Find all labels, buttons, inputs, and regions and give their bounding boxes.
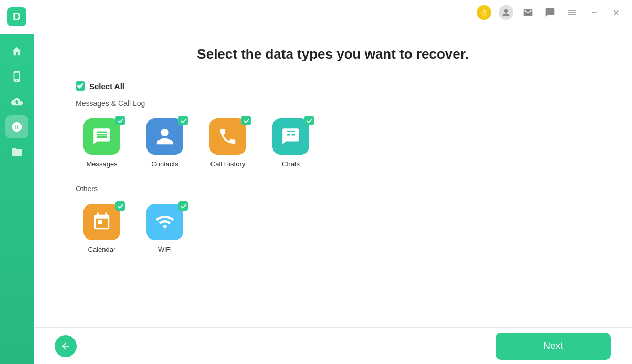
check-icon (77, 83, 83, 89)
others-grid: Calendar WiFi (76, 204, 590, 253)
content-area: Select the data types you want to recove… (34, 25, 632, 327)
call-history-label: Call History (210, 160, 245, 168)
section-label-messages: Messages & Call Log (76, 99, 590, 108)
minimize-button[interactable] (587, 5, 602, 20)
check-icon (181, 118, 186, 124)
call-history-icon (209, 118, 246, 155)
select-all-label: Select All (89, 82, 124, 91)
sidebar-nav (0, 40, 34, 164)
chats-svg (281, 126, 301, 146)
mail-svg (523, 7, 533, 18)
user-svg (502, 8, 510, 17)
sidebar-item-recover[interactable] (5, 115, 28, 138)
contacts-check (178, 116, 188, 125)
menu-svg (567, 7, 577, 18)
chats-check (304, 116, 314, 125)
menu-icon[interactable] (565, 5, 580, 20)
messages-check (115, 116, 125, 125)
main-area: ⭐ (34, 0, 632, 364)
calendar-svg (92, 212, 112, 232)
section-label-others: Others (76, 185, 590, 193)
recover-icon (11, 121, 23, 133)
check-icon (118, 204, 123, 209)
messages-call-log-grid: Messages Contacts (76, 118, 590, 168)
wifi-label: WiFi (158, 245, 172, 253)
call-history-check (241, 116, 251, 125)
data-type-messages[interactable]: Messages (76, 118, 128, 168)
coin-icon[interactable]: ⭐ (477, 5, 491, 20)
data-type-wifi[interactable]: WiFi (139, 204, 191, 253)
check-icon (244, 118, 249, 124)
chat-svg (545, 7, 555, 18)
page-title: Select the data types you want to recove… (76, 46, 590, 62)
chat-icon[interactable] (543, 5, 557, 20)
contacts-label: Contacts (151, 160, 178, 168)
data-type-chats[interactable]: Chats (265, 118, 317, 168)
files-icon (11, 146, 23, 158)
mail-icon[interactable] (521, 5, 535, 20)
sidebar-item-device[interactable] (5, 65, 28, 88)
user-icon[interactable] (499, 5, 513, 20)
contacts-icon (146, 118, 183, 155)
close-button[interactable] (609, 5, 624, 20)
check-icon (181, 204, 186, 209)
wifi-icon (146, 204, 183, 240)
calendar-check (115, 201, 125, 211)
data-type-call-history[interactable]: Call History (202, 118, 254, 168)
check-icon (118, 118, 123, 124)
check-icon (307, 118, 312, 124)
select-all-checkbox[interactable] (76, 81, 85, 91)
chats-label: Chats (282, 160, 300, 168)
sidebar-item-files[interactable] (5, 141, 28, 164)
messages-label: Messages (86, 160, 117, 168)
back-button[interactable] (55, 335, 77, 357)
titlebar-icons: ⭐ (477, 5, 624, 20)
sidebar-item-backup[interactable] (5, 90, 28, 113)
messages-svg (92, 126, 112, 146)
backup-icon (11, 96, 23, 108)
calendar-label: Calendar (88, 245, 116, 253)
bottom-bar: Next (34, 327, 632, 364)
wifi-check (178, 201, 188, 211)
close-svg (612, 8, 620, 17)
titlebar: ⭐ (34, 0, 632, 25)
back-arrow-icon (60, 341, 71, 351)
logo-letter: D (7, 7, 26, 26)
calendar-icon (83, 204, 120, 240)
data-type-contacts[interactable]: Contacts (139, 118, 191, 168)
device-icon (11, 71, 23, 82)
minimize-svg (590, 8, 598, 17)
sidebar: D (0, 0, 34, 364)
data-type-calendar[interactable]: Calendar (76, 204, 128, 253)
select-all-row[interactable]: Select All (76, 81, 590, 91)
chats-icon (272, 118, 309, 155)
messages-icon (83, 118, 120, 155)
home-icon (11, 46, 23, 57)
wifi-svg (155, 212, 175, 232)
contacts-svg (155, 126, 175, 146)
next-button[interactable]: Next (496, 333, 611, 360)
sidebar-item-home[interactable] (5, 40, 28, 63)
app-logo: D (0, 0, 34, 34)
call-history-svg (218, 126, 238, 146)
